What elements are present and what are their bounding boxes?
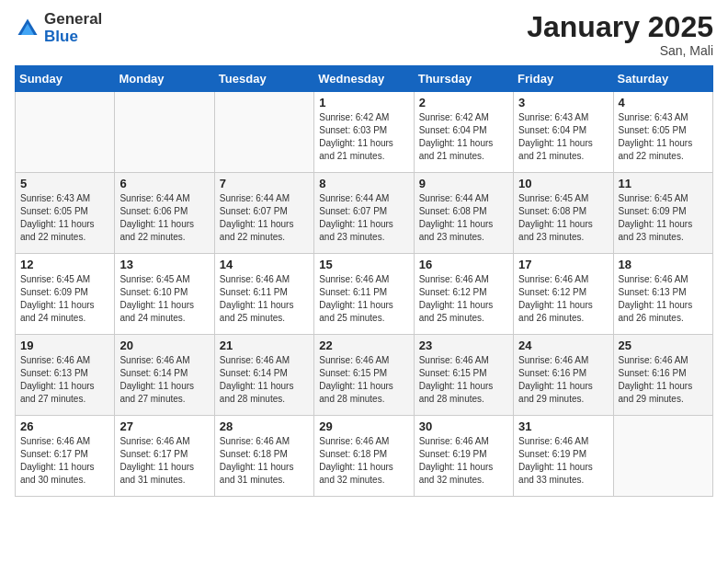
day-info: Sunrise: 6:46 AMSunset: 6:13 PMDaylight:… (619, 273, 708, 325)
day-info: Sunrise: 6:45 AMSunset: 6:09 PMDaylight:… (619, 192, 708, 244)
sunrise-text: Sunrise: 6:45 AM (20, 274, 90, 284)
title-block: January 2025 San, Mali (527, 11, 713, 58)
day-number: 21 (220, 339, 309, 352)
sunset-text: Sunset: 6:07 PM (319, 206, 387, 216)
sunrise-text: Sunrise: 6:46 AM (619, 355, 688, 365)
sunset-text: Sunset: 6:19 PM (518, 449, 586, 459)
sunset-text: Sunset: 6:04 PM (518, 125, 586, 135)
calendar-day-cell: 17Sunrise: 6:46 AMSunset: 6:12 PMDayligh… (514, 254, 613, 335)
day-number: 2 (419, 96, 508, 109)
daylight-text: Daylight: 11 hours and 32 minutes. (319, 462, 393, 485)
day-number: 20 (119, 339, 209, 352)
day-number: 18 (619, 258, 708, 271)
sunset-text: Sunset: 6:15 PM (319, 368, 387, 378)
day-info: Sunrise: 6:46 AMSunset: 6:11 PMDaylight:… (220, 273, 309, 325)
daylight-text: Daylight: 11 hours and 33 minutes. (518, 462, 593, 485)
day-info: Sunrise: 6:44 AMSunset: 6:08 PMDaylight:… (419, 192, 508, 244)
sunset-text: Sunset: 6:09 PM (619, 206, 687, 216)
day-number: 1 (319, 96, 408, 109)
day-info: Sunrise: 6:46 AMSunset: 6:17 PMDaylight:… (119, 435, 209, 487)
day-number: 24 (518, 339, 608, 352)
location: San, Mali (527, 43, 713, 58)
calendar-day-cell (214, 92, 313, 173)
sunrise-text: Sunrise: 6:46 AM (319, 274, 389, 284)
sunrise-text: Sunrise: 6:46 AM (20, 436, 90, 446)
sunset-text: Sunset: 6:04 PM (419, 125, 487, 135)
daylight-text: Daylight: 11 hours and 22 minutes. (619, 138, 693, 161)
calendar-day-cell (115, 92, 214, 173)
day-number: 11 (619, 177, 708, 190)
calendar-day-cell: 29Sunrise: 6:46 AMSunset: 6:18 PMDayligh… (314, 416, 414, 497)
daylight-text: Daylight: 11 hours and 23 minutes. (518, 219, 593, 242)
sunrise-text: Sunrise: 6:44 AM (419, 193, 489, 203)
daylight-text: Daylight: 11 hours and 29 minutes. (619, 381, 693, 404)
sunset-text: Sunset: 6:16 PM (619, 368, 687, 378)
calendar-week-row: 1Sunrise: 6:42 AMSunset: 6:03 PMDaylight… (16, 92, 713, 173)
sunrise-text: Sunrise: 6:42 AM (319, 112, 389, 122)
day-number: 4 (619, 96, 708, 109)
daylight-text: Daylight: 11 hours and 26 minutes. (619, 300, 693, 323)
calendar-week-row: 19Sunrise: 6:46 AMSunset: 6:13 PMDayligh… (16, 335, 713, 416)
calendar-day-cell: 25Sunrise: 6:46 AMSunset: 6:16 PMDayligh… (613, 335, 712, 416)
calendar-day-cell: 28Sunrise: 6:46 AMSunset: 6:18 PMDayligh… (214, 416, 313, 497)
day-number: 17 (518, 258, 608, 271)
calendar-day-cell: 9Sunrise: 6:44 AMSunset: 6:08 PMDaylight… (414, 173, 513, 254)
sunrise-text: Sunrise: 6:46 AM (518, 274, 588, 284)
sunset-text: Sunset: 6:12 PM (419, 287, 487, 297)
daylight-text: Daylight: 11 hours and 22 minutes. (119, 219, 194, 242)
day-info: Sunrise: 6:44 AMSunset: 6:06 PMDaylight:… (119, 192, 209, 244)
day-info: Sunrise: 6:46 AMSunset: 6:19 PMDaylight:… (419, 435, 508, 487)
calendar-day-cell: 14Sunrise: 6:46 AMSunset: 6:11 PMDayligh… (214, 254, 313, 335)
sunset-text: Sunset: 6:07 PM (220, 206, 288, 216)
day-number: 15 (319, 258, 408, 271)
calendar-day-cell: 19Sunrise: 6:46 AMSunset: 6:13 PMDayligh… (16, 335, 115, 416)
day-number: 14 (220, 258, 309, 271)
calendar-day-cell (16, 92, 115, 173)
sunrise-text: Sunrise: 6:46 AM (220, 436, 290, 446)
sunrise-text: Sunrise: 6:45 AM (119, 274, 189, 284)
sunrise-text: Sunrise: 6:46 AM (419, 355, 489, 365)
sunrise-text: Sunrise: 6:43 AM (619, 112, 688, 122)
daylight-text: Daylight: 11 hours and 23 minutes. (319, 219, 393, 242)
calendar-day-cell: 13Sunrise: 6:45 AMSunset: 6:10 PMDayligh… (115, 254, 214, 335)
day-number: 30 (419, 419, 508, 433)
sunrise-text: Sunrise: 6:46 AM (419, 436, 489, 446)
sunset-text: Sunset: 6:10 PM (119, 287, 188, 297)
sunset-text: Sunset: 6:16 PM (518, 368, 586, 378)
sunrise-text: Sunrise: 6:46 AM (220, 355, 290, 365)
day-info: Sunrise: 6:45 AMSunset: 6:10 PMDaylight:… (119, 273, 209, 325)
daylight-text: Daylight: 11 hours and 21 minutes. (419, 138, 494, 161)
calendar-day-cell: 4Sunrise: 6:43 AMSunset: 6:05 PMDaylight… (613, 92, 712, 173)
calendar-day-cell: 2Sunrise: 6:42 AMSunset: 6:04 PMDaylight… (414, 92, 513, 173)
calendar-day-cell: 7Sunrise: 6:44 AMSunset: 6:07 PMDaylight… (214, 173, 313, 254)
daylight-text: Daylight: 11 hours and 22 minutes. (20, 219, 95, 242)
sunset-text: Sunset: 6:15 PM (419, 368, 487, 378)
calendar-week-row: 5Sunrise: 6:43 AMSunset: 6:05 PMDaylight… (16, 173, 713, 254)
sunset-text: Sunset: 6:13 PM (619, 287, 687, 297)
day-info: Sunrise: 6:46 AMSunset: 6:16 PMDaylight:… (619, 354, 708, 406)
sunset-text: Sunset: 6:03 PM (319, 125, 387, 135)
sunrise-text: Sunrise: 6:46 AM (518, 436, 588, 446)
calendar-day-cell: 30Sunrise: 6:46 AMSunset: 6:19 PMDayligh… (414, 416, 513, 497)
day-number: 31 (518, 419, 608, 433)
day-number: 13 (119, 258, 209, 271)
sunrise-text: Sunrise: 6:46 AM (119, 355, 189, 365)
sunset-text: Sunset: 6:08 PM (518, 206, 586, 216)
month-title: January 2025 (527, 11, 713, 43)
day-info: Sunrise: 6:42 AMSunset: 6:04 PMDaylight:… (419, 111, 508, 163)
logo-icon (15, 16, 40, 41)
calendar-day-cell: 23Sunrise: 6:46 AMSunset: 6:15 PMDayligh… (414, 335, 513, 416)
day-number: 7 (220, 177, 309, 190)
sunset-text: Sunset: 6:08 PM (419, 206, 487, 216)
sunrise-text: Sunrise: 6:46 AM (319, 355, 389, 365)
sunrise-text: Sunrise: 6:46 AM (220, 274, 290, 284)
day-number: 27 (119, 419, 209, 433)
daylight-text: Daylight: 11 hours and 28 minutes. (220, 381, 294, 404)
calendar-day-cell: 20Sunrise: 6:46 AMSunset: 6:14 PMDayligh… (115, 335, 214, 416)
day-number: 8 (319, 177, 408, 190)
sunset-text: Sunset: 6:18 PM (319, 449, 387, 459)
sunset-text: Sunset: 6:12 PM (518, 287, 586, 297)
day-info: Sunrise: 6:46 AMSunset: 6:14 PMDaylight:… (220, 354, 309, 406)
daylight-text: Daylight: 11 hours and 27 minutes. (119, 381, 194, 404)
day-info: Sunrise: 6:46 AMSunset: 6:16 PMDaylight:… (518, 354, 608, 406)
